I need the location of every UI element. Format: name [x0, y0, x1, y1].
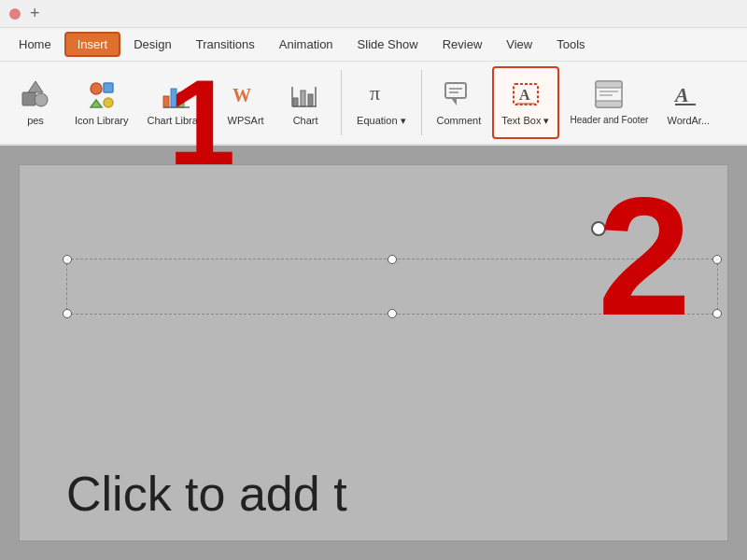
menu-bar: Home Insert Design Transitions Animation… — [0, 28, 747, 62]
equation-icon: π — [366, 79, 396, 111]
menu-insert[interactable]: Insert — [64, 32, 121, 57]
svg-text:A: A — [519, 87, 530, 103]
svg-rect-14 — [308, 94, 313, 106]
svg-rect-0 — [22, 92, 35, 105]
svg-marker-2 — [28, 81, 43, 92]
window-dot — [9, 8, 21, 20]
toolbar-wordart[interactable]: A WordAr... — [659, 66, 717, 139]
divider-1 — [341, 70, 342, 135]
menu-tools[interactable]: Tools — [545, 33, 596, 56]
toolbar-chart[interactable]: Chart — [277, 66, 333, 139]
chart-label: Chart — [293, 115, 318, 126]
svg-rect-27 — [596, 81, 622, 88]
svg-point-3 — [91, 83, 102, 94]
title-bar: + — [0, 0, 747, 28]
textbox-icon: A — [511, 79, 541, 111]
svg-text:A: A — [673, 83, 689, 106]
header-footer-label: Header and Footer — [571, 115, 649, 126]
icon-library-icon — [87, 79, 117, 111]
comment-icon — [444, 79, 473, 111]
menu-slideshow[interactable]: Slide Show — [346, 33, 430, 56]
menu-view[interactable]: View — [495, 33, 543, 56]
svg-marker-5 — [91, 100, 102, 107]
shapes-label: pes — [27, 115, 44, 126]
toolbar-textbox[interactable]: A Text Box ▾ — [492, 66, 558, 139]
slide-placeholder-text[interactable]: Click to add t — [66, 466, 347, 522]
wordart-label: WordAr... — [667, 115, 710, 126]
svg-rect-4 — [104, 83, 113, 92]
svg-rect-19 — [445, 83, 466, 98]
shapes-icon — [21, 79, 50, 111]
svg-rect-12 — [293, 98, 298, 106]
toolbar-header-footer[interactable]: Header and Footer — [563, 66, 656, 139]
divider-2 — [421, 70, 422, 135]
toolbar: pes Icon Library Chart Libra... — [0, 62, 747, 146]
step-2-annotation: 2 — [598, 173, 691, 341]
svg-text:π: π — [370, 81, 380, 105]
toolbar-shapes[interactable]: pes — [7, 66, 63, 139]
chart-icon — [290, 79, 320, 111]
step-1-annotation: 1 — [168, 62, 235, 183]
comment-label: Comment — [437, 115, 482, 126]
menu-animation[interactable]: Animation — [268, 33, 345, 56]
textbox-label: Text Box ▾ — [501, 115, 549, 127]
svg-rect-13 — [301, 91, 305, 106]
menu-design[interactable]: Design — [122, 33, 182, 56]
svg-point-1 — [35, 93, 48, 106]
menu-home[interactable]: Home — [7, 33, 63, 56]
svg-rect-6 — [104, 98, 113, 107]
handle-bm[interactable] — [388, 309, 397, 318]
handle-tr[interactable] — [712, 255, 722, 264]
toolbar-equation[interactable]: π Equation ▾ — [349, 66, 413, 139]
svg-marker-20 — [451, 98, 457, 105]
menu-transitions[interactable]: Transitions — [185, 33, 266, 56]
icon-library-label: Icon Library — [75, 115, 128, 126]
menu-review[interactable]: Review — [431, 33, 494, 56]
header-footer-icon — [594, 79, 624, 111]
wordart-icon: A — [673, 79, 703, 111]
handle-bl[interactable] — [63, 309, 72, 318]
handle-tl[interactable] — [63, 255, 72, 264]
handle-tm[interactable] — [388, 255, 397, 264]
toolbar-comment[interactable]: Comment — [430, 66, 489, 139]
toolbar-icon-library[interactable]: Icon Library — [67, 66, 135, 139]
svg-rect-28 — [596, 101, 622, 107]
handle-br[interactable] — [712, 309, 722, 318]
equation-label: Equation ▾ — [357, 115, 405, 127]
new-tab-button[interactable]: + — [30, 4, 40, 23]
